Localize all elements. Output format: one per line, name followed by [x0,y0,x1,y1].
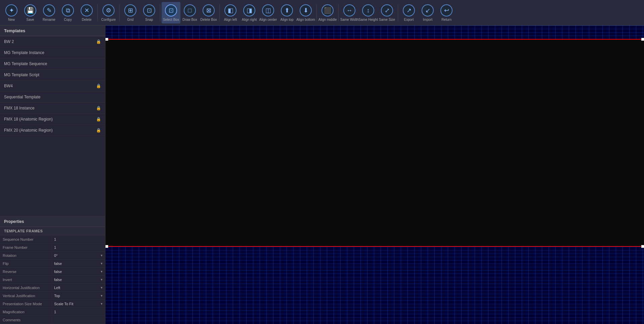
template-item-2[interactable]: MG Template Instance [0,47,105,58]
prop-label: Rotation [0,252,52,259]
toolbar-btn-align-right[interactable]: ◨Align right [240,2,259,24]
prop-label: Vertical Justification [0,293,52,299]
configure-icon: ⚙ [102,4,115,16]
prop-value[interactable]: false▼ [52,261,105,267]
lock-icon: 🔒 [96,106,101,110]
export-icon: ↗ [403,4,415,16]
align-right-icon: ◨ [243,4,255,16]
toolbar: ✦New💾Save✎Rename⧉Copy✕Delete⚙Configure⊞G… [0,0,644,26]
handle-top-left [105,38,108,41]
dropdown-arrow-icon: ▼ [100,278,103,281]
lock-icon: 🔒 [96,128,101,133]
prop-value-text: 0° [54,253,58,258]
prop-label: Presentation Size Mode [0,301,52,307]
template-item-5[interactable]: BW4🔒 [0,81,105,92]
toolbar-btn-delete-box[interactable]: ⊠Delete Box [199,2,218,24]
toolbar-label-same-size: Same Size [379,18,395,21]
toolbar-label-import: Import [423,18,432,21]
toolbar-label-copy: Copy [64,18,72,21]
template-item-8[interactable]: FMX 18 (Anatomic Region)🔒 [0,114,105,125]
toolbar-btn-new[interactable]: ✦New [2,2,21,24]
toolbar-btn-same-width[interactable]: ↔Same Width [340,2,359,24]
toolbar-label-delete: Delete [82,18,92,21]
prop-value[interactable]: Top▼ [52,293,105,299]
lock-icon: 🔒 [96,117,101,122]
prop-value-text: 1 [54,310,56,314]
prop-row-invert: Invertfalse▼ [0,276,105,284]
new-icon: ✦ [5,4,17,16]
toolbar-label-select-box: Select Box [163,18,179,21]
toolbar-btn-rename[interactable]: ✎Rename [40,2,58,24]
prop-row-sequence-number: Sequence Number1 [0,235,105,243]
toolbar-btn-align-left[interactable]: ◧Align left [221,2,240,24]
canvas-area [105,26,644,324]
toolbar-label-grid: Grid [127,18,134,21]
prop-value[interactable]: false▼ [52,269,105,275]
snap-icon: ⊡ [143,4,155,16]
prop-value-text: 1 [54,245,56,249]
properties-section-title: TEMPLATE FRAMES [0,227,105,235]
template-item-7[interactable]: FMX 18 Instance🔒 [0,103,105,114]
template-item-3[interactable]: MG Template Sequence [0,58,105,70]
template-item-6[interactable]: Sequential Template [0,92,105,103]
template-item-1[interactable]: BW 2🔒 [0,36,105,47]
rename-icon: ✎ [43,4,55,16]
prop-value[interactable]: Scale To Fit▼ [52,301,105,307]
toolbar-btn-align-middle[interactable]: ⬛Align middle [318,2,337,24]
toolbar-btn-snap[interactable]: ⊡Snap [140,2,159,24]
properties-header: Properties [0,217,105,227]
toolbar-btn-same-height[interactable]: ↕Same Height [359,2,378,24]
toolbar-btn-configure[interactable]: ⚙Configure [99,2,118,24]
prop-value[interactable]: 0°▼ [52,252,105,259]
toolbar-btn-delete[interactable]: ✕Delete [77,2,96,24]
toolbar-label-align-top: Align top [281,18,294,21]
prop-row-horizontal-justification: Horizontal JustificationLeft▼ [0,284,105,292]
sidebar: Templates BW 2🔒MG Template InstanceMG Te… [0,26,105,324]
toolbar-btn-grid[interactable]: ⊞Grid [121,2,140,24]
dropdown-arrow-icon: ▼ [100,262,103,265]
prop-row-frame-number: Frame Number1 [0,243,105,251]
toolbar-label-same-width: Same Width [340,18,358,21]
prop-value[interactable]: false▼ [52,277,105,283]
prop-row-rotation: Rotation0°▼ [0,251,105,260]
templates-list[interactable]: BW 2🔒MG Template InstanceMG Template Seq… [0,36,105,216]
return-icon: ↩ [440,4,453,16]
same-width-icon: ↔ [343,4,355,16]
prop-label: Horizontal Justification [0,285,52,291]
toolbar-btn-draw-box[interactable]: □Draw Box [180,2,199,24]
toolbar-label-align-left: Align left [224,18,237,21]
align-top-icon: ⬆ [281,4,293,16]
toolbar-sep [398,4,398,21]
toolbar-btn-same-size[interactable]: ⤢Same Size [378,2,396,24]
toolbar-btn-export[interactable]: ↗Export [399,2,418,24]
import-icon: ↙ [422,4,434,16]
handle-bottom-right [641,245,644,248]
template-name: BW 2 [4,39,14,44]
template-item-4[interactable]: MG Template Script [0,70,105,81]
align-bottom-icon: ⬇ [300,4,312,16]
template-item-9[interactable]: FMX 20 (Anatomic Region)🔒 [0,125,105,136]
toolbar-btn-align-top[interactable]: ⬆Align top [277,2,296,24]
red-line-top [105,39,644,40]
prop-label: Flip [0,261,52,267]
main-area: Templates BW 2🔒MG Template InstanceMG Te… [0,26,644,324]
toolbar-label-new: New [8,18,15,21]
same-size-icon: ⤢ [381,4,393,16]
toolbar-btn-copy[interactable]: ⧉Copy [58,2,77,24]
delete-box-icon: ⊠ [203,4,215,16]
prop-value[interactable]: Left▼ [52,285,105,291]
prop-label: Comments [0,317,52,323]
prop-label: Reverse [0,269,52,275]
toolbar-btn-align-center[interactable]: ◫Align center [259,2,277,24]
toolbar-btn-align-bottom[interactable]: ⬇Align bottom [296,2,315,24]
prop-label: Magnification [0,309,52,315]
prop-value-text: Left [54,286,60,290]
toolbar-btn-save[interactable]: 💾Save [21,2,40,24]
toolbar-btn-return[interactable]: ↩Return [437,2,456,24]
prop-label: Frame Number [0,244,52,250]
toolbar-btn-select-box[interactable]: ⊡Select Box [162,2,180,24]
prop-label: Sequence Number [0,236,52,242]
select-box-icon: ⊡ [165,4,177,16]
toolbar-label-align-center: Align center [259,18,277,21]
toolbar-btn-import[interactable]: ↙Import [418,2,437,24]
